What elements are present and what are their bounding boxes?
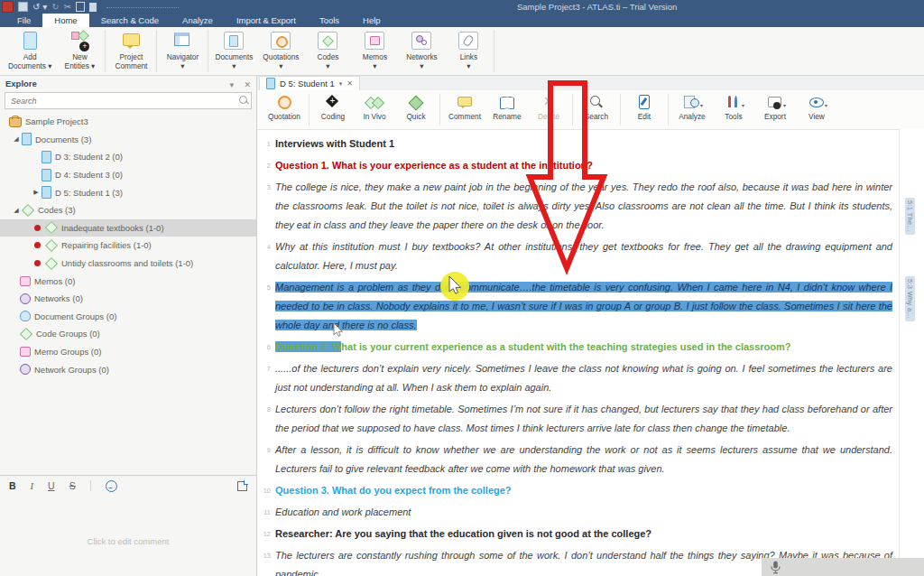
tree-item-network-groups-0[interactable]: Network Groups (0) <box>0 360 256 378</box>
open-in-new-icon[interactable] <box>237 481 247 491</box>
i-format-button[interactable]: I <box>31 481 34 491</box>
e-documents-icon <box>223 30 245 51</box>
document-tab[interactable]: D 5: Student 1 ▾ ✕ <box>259 76 360 90</box>
paragraph-2[interactable]: 2Question 1. What is your experience as … <box>259 156 892 175</box>
doc-toolbar-in-vivo[interactable]: In Vivo <box>354 90 395 129</box>
doc-toolbar-search[interactable]: Search <box>576 90 617 129</box>
quotation-margin-label[interactable]: 5:1 The... <box>905 198 915 235</box>
doc-toolbar-analyze[interactable]: ▾Analyze <box>671 90 713 129</box>
coding-icon <box>323 94 343 110</box>
dropdown-caret-icon[interactable]: ▾ <box>783 102 786 108</box>
collapse-icon[interactable]: ◢ <box>11 135 22 143</box>
paragraph-11[interactable]: 11Education and work placement <box>259 503 892 522</box>
tab-dropdown-icon[interactable]: ▾ <box>339 80 343 88</box>
paragraph-12[interactable]: 12Researcher: Are you saying that the ed… <box>259 525 892 543</box>
paragraph-1[interactable]: 1Interviews with Student 1 <box>259 135 892 153</box>
doc-toolbar-tools[interactable]: ▾Tools <box>713 90 754 129</box>
paragraph-7[interactable]: 7......of the lecturers don’t explain ve… <box>259 359 892 397</box>
ribbon: AddDocuments ▾NewEntities ▾ProjectCommen… <box>0 27 924 76</box>
doc-toolbar-comment[interactable]: Comment <box>443 90 486 129</box>
copy-icon[interactable] <box>76 2 85 12</box>
doc-toolbar-coding[interactable]: Coding <box>312 90 354 129</box>
dictation-bar[interactable] <box>762 558 924 576</box>
doc-toolbar-edit[interactable]: Edit <box>624 90 665 129</box>
tree-item-untidy-classrooms-and-toilets-1-0[interactable]: Untidy classrooms and toilets (1-0) <box>0 255 256 273</box>
paragraph-5[interactable]: 5Management is a problem as they don’t c… <box>259 278 892 335</box>
doc-toolbar-export[interactable]: ▾Export <box>754 90 796 129</box>
paragraph-6[interactable]: 6Question 2. What is your current experi… <box>259 338 892 357</box>
ribbon-button-new-entities[interactable]: NewEntities ▾ <box>56 27 103 75</box>
paragraph-4[interactable]: 4Why at this institution must I buy text… <box>259 237 892 275</box>
doc-toolbar-quick[interactable]: Quick <box>395 90 437 129</box>
cut-icon[interactable]: ✂ <box>64 2 71 12</box>
tree-item-document-groups-0[interactable]: Document Groups (0) <box>0 308 256 326</box>
tree-item-sample-project3[interactable]: Sample Project3 <box>0 113 256 131</box>
document-body: 1Interviews with Student 12Question 1. W… <box>257 129 900 576</box>
menu-tab-help[interactable]: Help <box>351 14 393 27</box>
paste-icon[interactable] <box>89 3 97 12</box>
quotation-margin-label[interactable]: 5:3 Why a... <box>905 276 915 321</box>
ribbon-button-navigator[interactable]: Navigator▾ <box>159 27 206 75</box>
save-icon[interactable] <box>18 2 28 12</box>
tree-item-codes-3[interactable]: ◢Codes (3) <box>0 201 256 219</box>
tree-item-d-3-student-2-0[interactable]: D 3: Student 2 (0) <box>0 148 256 166</box>
tree-item-inadequate-textbooks-1-0[interactable]: Inadequate textbooks (1-0) <box>0 219 256 237</box>
page-icon <box>22 133 32 145</box>
tree-item-repairing-facilities-1-0[interactable]: Repairing facilities (1-0) <box>0 237 256 255</box>
tree-item-networks-0[interactable]: Networks (0) <box>0 290 256 308</box>
navigator-icon <box>171 30 193 51</box>
tree-item-documents-3[interactable]: ◢Documents (3) <box>0 131 256 149</box>
panel-dropdown-icon[interactable]: ▾ <box>229 80 234 89</box>
redo-icon[interactable]: ↻ <box>51 2 59 12</box>
paragraph-text: Why at this institution must I buy textb… <box>275 241 892 271</box>
tree-item-d-4-student-3-0[interactable]: D 4: Student 3 (0) <box>0 166 256 184</box>
emoji-icon[interactable] <box>106 480 117 492</box>
comment-placeholder[interactable]: Click to edit comment <box>0 496 256 546</box>
menu-tab-analyze[interactable]: Analyze <box>171 14 225 27</box>
ribbon-button-memos[interactable]: Memos▾ <box>351 27 398 75</box>
code-diamond-icon <box>45 221 58 234</box>
ribbon-button-networks[interactable]: Networks▾ <box>398 27 445 75</box>
ribbon-separator <box>208 30 208 72</box>
ribbon-button-documents[interactable]: Documents▾ <box>210 27 257 75</box>
undo-icon[interactable]: ↺ ▾ <box>32 2 47 12</box>
tree-item-memo-groups-0[interactable]: Memo Groups (0) <box>0 343 256 361</box>
doc-toolbar-view[interactable]: ▾View <box>796 90 837 129</box>
menu-tab-search-code[interactable]: Search & Code <box>89 14 171 27</box>
ribbon-button-quotations[interactable]: Quotations▾ <box>257 27 304 75</box>
toolbar-separator <box>620 94 621 125</box>
tree-item-code-groups-0[interactable]: Code Groups (0) <box>0 325 256 343</box>
collapse-icon[interactable]: ◢ <box>11 207 22 214</box>
ribbon-button-project-comment[interactable]: ProjectComment <box>107 27 154 75</box>
ribbon-button-add-documents[interactable]: AddDocuments ▾ <box>4 27 56 75</box>
search-icon <box>239 96 247 104</box>
tree-item-memos-0[interactable]: Memos (0) <box>0 272 256 290</box>
paragraph-3[interactable]: 3The college is nice, they make a new pa… <box>259 178 892 235</box>
dropdown-caret-icon[interactable]: ▾ <box>825 102 827 108</box>
u-format-button[interactable]: U <box>48 480 55 491</box>
tree-item-d-5-student-1-3[interactable]: ▶D 5: Student 1 (3) <box>0 183 256 201</box>
dropdown-caret-icon[interactable]: ▾ <box>742 102 744 108</box>
paragraph-9[interactable]: 9After a lesson, it is difficult to know… <box>259 441 892 478</box>
expand-icon[interactable]: ▶ <box>31 189 42 196</box>
ribbon-button-links[interactable]: Links▾ <box>445 27 492 75</box>
ribbon-button-codes[interactable]: Codes▾ <box>304 27 351 75</box>
paragraph-8[interactable]: 8Lecturers don’t follow the right timeta… <box>259 400 892 438</box>
menu-tab-tools[interactable]: Tools <box>308 14 351 27</box>
panel-close-icon[interactable]: ✕ <box>244 80 251 89</box>
app-logo-icon[interactable] <box>2 1 14 13</box>
search-box[interactable] <box>5 92 252 109</box>
tab-close-icon[interactable]: ✕ <box>346 79 353 88</box>
tree-item-label: D 5: Student 1 (3) <box>55 188 123 198</box>
comment-icon <box>455 94 475 110</box>
paragraph-10[interactable]: 10Question 3. What do you expect from th… <box>259 481 892 500</box>
doc-toolbar-rename[interactable]: Rename <box>486 90 528 129</box>
b-format-button[interactable]: B <box>9 480 16 491</box>
menu-tab-home[interactable]: Home <box>42 14 88 27</box>
s-format-button[interactable]: S <box>69 480 76 491</box>
menu-tab-import-export[interactable]: Import & Export <box>225 14 308 27</box>
menu-tab-file[interactable]: File <box>5 14 42 27</box>
search-input[interactable] <box>9 94 238 107</box>
doc-toolbar-quotation[interactable]: Quotation <box>263 90 306 129</box>
dropdown-caret-icon[interactable]: ▾ <box>700 102 703 108</box>
